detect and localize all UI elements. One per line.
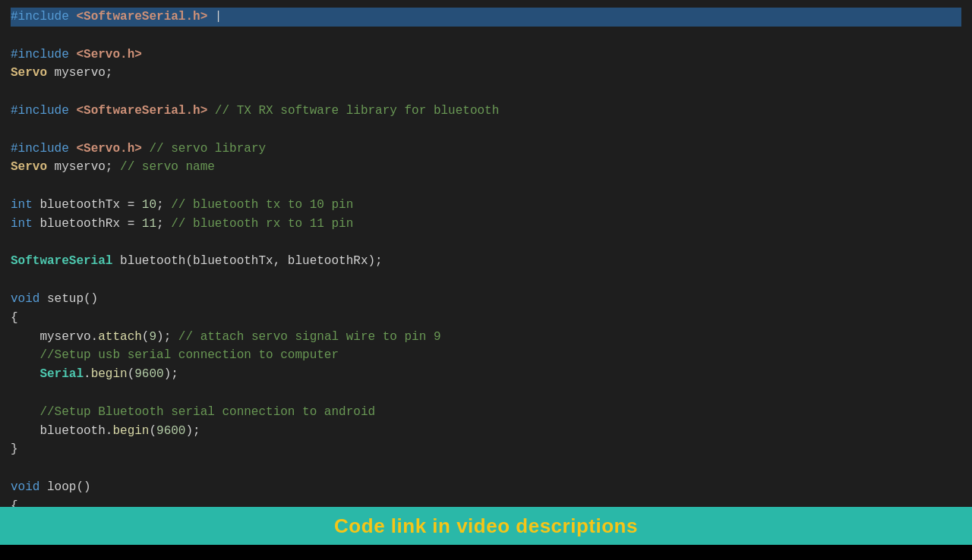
code-line: Servo myservo;: [11, 64, 961, 83]
code-line: int bluetoothRx = 11; // bluetooth rx to…: [11, 215, 961, 234]
code-line: Serial.begin(9600);: [11, 365, 961, 384]
bottom-bar: [0, 545, 972, 560]
code-editor: #include <SoftwareSerial.h> |#include <S…: [0, 0, 972, 507]
code-line: #include <Servo.h> // servo library: [11, 140, 961, 159]
code-line: //Setup Bluetooth serial connection to a…: [11, 403, 961, 422]
code-line: //Setup usb serial connection to compute…: [11, 346, 961, 365]
banner-text: Code link in video descriptions: [334, 514, 638, 538]
code-line: }: [11, 440, 961, 459]
banner: Code link in video descriptions: [0, 507, 972, 545]
code-line: void setup(): [11, 290, 961, 309]
code-line: Servo myservo; // servo name: [11, 158, 961, 177]
code-line: #include <Servo.h>: [11, 46, 961, 64]
code-line: myservo.attach(9); // attach servo signa…: [11, 328, 961, 347]
code-line: #include <SoftwareSerial.h> // TX RX sof…: [11, 102, 961, 121]
code-line: {: [11, 309, 961, 328]
code-line: {: [11, 497, 961, 507]
code-line: SoftwareSerial bluetooth(bluetoothTx, bl…: [11, 252, 961, 271]
code-line: #include <SoftwareSerial.h> |: [11, 8, 961, 27]
code-line: bluetooth.begin(9600);: [11, 422, 961, 441]
code-line: void loop(): [11, 478, 961, 497]
code-line: int bluetoothTx = 10; // bluetooth tx to…: [11, 196, 961, 215]
